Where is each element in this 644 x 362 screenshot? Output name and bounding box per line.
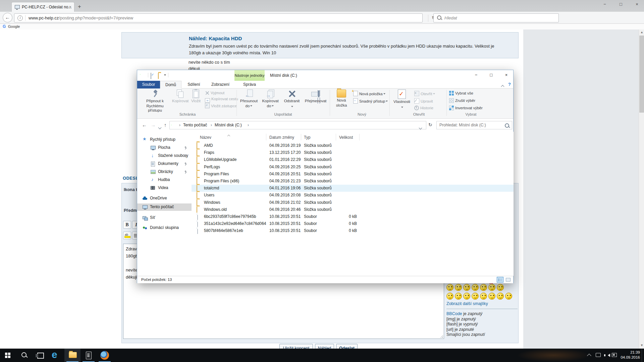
smiley-uncertain-icon[interactable] [472,284,479,291]
tab-domu[interactable]: Domů [160,81,181,88]
column-divider[interactable] [301,134,301,140]
preview-button[interactable]: Náhled [315,344,334,349]
sidebar-item-computer[interactable]: Tento počítač [137,203,192,211]
breadcrumb-item[interactable]: Místní disk (C:) [215,123,242,127]
smiley-hiding-icon[interactable] [505,293,512,300]
file-row[interactable]: Windows04.09.2016 21:02Složka souborů [192,199,514,206]
url-b[interactable]: i www.pc-help.cz/posting.php?mode=post&f… [14,13,423,22]
help-icon[interactable]: ? [508,82,511,87]
bookmark-google[interactable]: Google [8,24,20,28]
smiley-thumbs-up-icon[interactable] [488,293,495,300]
properties-button[interactable]: Vlastnosti [391,89,412,110]
sidebar-item-homegroup[interactable]: Domácí skupina [137,224,192,232]
smiley-smirk-icon[interactable] [446,293,453,300]
file-row[interactable]: AMD04.09.2016 20:19Složka souborů [192,142,514,149]
properties-qat-icon[interactable] [151,73,151,79]
tab-soubor[interactable]: Soubor [137,81,160,88]
details-view-button[interactable] [497,277,503,283]
tab-close-icon[interactable]: × [69,4,71,9]
resize-grip-icon[interactable] [440,335,443,338]
file-row[interactable]: Program Files (x86)04.09.2016 21:23Složk… [192,178,514,185]
sidebar-item-star[interactable]: Rychlý přístup [137,136,192,143]
new-folder-qat-icon[interactable] [158,73,159,79]
smiley-devil-hearts-icon[interactable]: ♥♥ [488,284,495,291]
site-info-icon[interactable]: i [17,15,23,21]
explorer-titlebar[interactable]: Nástroje jednotky Místní disk (C:) − □ × [137,70,513,81]
column-divider[interactable] [359,134,360,140]
breadcrumb[interactable]: › Tento počítač › Místní disk (C:) › [169,121,426,129]
tab-zobrazeni[interactable]: Zobrazení [206,81,234,88]
sidebar-item-cloud[interactable]: OneDrive [137,195,192,202]
browser-tab[interactable]: PC-HELP.CZ - Odeslat no... × [11,2,74,12]
tab-sprava[interactable]: Správa [234,81,265,88]
highlight-button[interactable]: ab [123,232,131,239]
rename-button[interactable]: Přejmenovat [303,89,328,103]
new-tab-button[interactable]: + [78,3,81,10]
sidebar-item-desktop[interactable]: Plocha [137,144,192,152]
edge-button[interactable]: e [48,349,64,362]
file-row[interactable]: Users04.09.2016 20:08Složka souborů [192,192,514,199]
smiley-monocle-icon[interactable] [480,293,487,300]
copy-to-button[interactable]: → Kopírovat do [260,89,281,108]
invert-selection-button[interactable]: Invertovat výběr [449,106,483,111]
paste-button[interactable]: Vložit [189,89,203,103]
page-scrollbar[interactable]: ▲ ▼ [639,29,644,349]
address-dropdown-icon[interactable] [419,124,422,130]
column-header-size[interactable]: Velikost [339,135,353,140]
show-desktop-button[interactable] [642,349,644,362]
file-row[interactable]: totalcmd04.01.2016 19:06Složka souborů [192,185,514,192]
file-row[interactable]: Program Files04.09.2016 20:51Složka soub… [192,171,514,178]
column-header-date[interactable]: Datum změny [269,135,294,140]
refresh-icon[interactable]: ↻ [428,122,432,127]
open-button[interactable]: Otevřít [414,91,435,97]
paste-shortcut-button[interactable]: Vložit zástupce [205,103,237,109]
scrollbar-thumb[interactable] [639,36,644,113]
explorer-close-button[interactable]: × [499,70,514,80]
easy-access-button[interactable]: Snadný přístup [353,98,388,104]
browser-search-box[interactable]: Hledat [433,13,559,22]
copy-button[interactable]: Kopírovat [172,89,188,103]
task-view-button[interactable] [32,349,48,362]
scroll-down-icon[interactable]: ▼ [640,344,643,347]
file-row[interactable]: LGMobileUpgrade01.01.2016 22:29Složka so… [192,156,514,163]
column-divider[interactable] [266,134,266,140]
nav-back-icon[interactable]: ← [142,122,147,128]
new-folder-button[interactable]: Nová složka [332,89,351,108]
new-item-button[interactable]: Nová položka [353,91,385,97]
history-button[interactable]: Historie [414,106,433,111]
explorer-maximize-button[interactable]: □ [484,70,499,80]
url-text[interactable]: www.pc-help.cz/posting.php?mode=post&f=7… [29,15,133,20]
column-header-name[interactable]: Název [200,135,211,140]
select-all-button[interactable]: Vybrat vše [449,91,473,97]
sidebar-item-music[interactable]: Hudba [137,176,192,184]
bbcode-tag[interactable]: BBCode [446,311,462,316]
save-draft-button[interactable]: Uložit koncept [279,344,313,349]
move-to-button[interactable]: ← Přesunout do [238,89,259,108]
pin-to-quick-access-button[interactable]: Připnout k Rychlému přístupu [139,89,171,113]
back-button[interactable]: ← [3,13,12,22]
file-row[interactable]: Fraps13.12.2015 17:20Složka souborů [192,149,514,156]
copy-path-button[interactable]: wKopírovat cestu [205,97,238,103]
explorer-taskbar-button[interactable] [64,349,80,362]
file-row[interactable]: PerfLogs04.09.2016 20:25Složka souborů [192,164,514,171]
taskbar-search-button[interactable] [16,349,32,362]
smiley-wink-icon[interactable] [480,284,487,291]
bold-button[interactable]: B [123,221,131,229]
sidebar-item-video[interactable]: Videa [137,184,192,192]
select-none-button[interactable]: Zrušit výběr [449,98,475,104]
nav-up-icon[interactable]: ↑ [164,122,167,128]
nav-forward-icon[interactable]: → [151,122,156,128]
smiley-laugh-icon[interactable] [455,293,462,300]
explorer-search-box[interactable]: Prohledat: Místní disk (C:) [436,121,512,129]
smiley-surprised-icon[interactable] [497,284,504,291]
sidebar-item-document[interactable]: Dokumenty [137,160,192,168]
scroll-up-icon[interactable]: ▲ [640,31,643,34]
explorer-minimize-button[interactable]: − [469,70,484,80]
column-divider[interactable] [336,134,336,140]
sidebar-item-picture[interactable]: Obrázky [137,168,192,176]
file-row[interactable]: 351a143c2e92ed646e7c8476d06410.08.2015 2… [192,220,514,227]
smiley-yawn-icon[interactable] [472,293,479,300]
thumbnail-view-button[interactable] [505,277,512,283]
smiley-raised-brow-icon[interactable] [463,293,470,300]
start-button[interactable] [0,349,16,362]
